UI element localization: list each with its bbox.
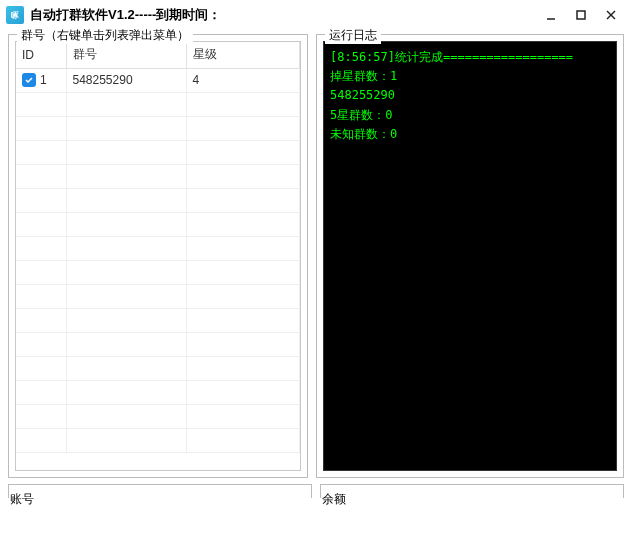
group-list-panel: 群号（右键单击列表弹出菜单） ID 群号 星级 15482552904.....… [8,34,308,478]
cell-group: 548255290 [66,68,186,92]
close-icon [605,9,617,21]
check-icon [24,75,34,85]
svg-rect-1 [577,11,585,19]
group-table[interactable]: ID 群号 星级 15482552904....................… [15,41,301,471]
cell-id: 1 [16,68,66,92]
log-line: 548255290 [330,86,610,105]
table-row-empty: ... [16,260,300,284]
table-row-empty: ... [16,380,300,404]
log-legend: 运行日志 [325,27,381,44]
log-line: 掉星群数：1 [330,67,610,86]
table-row-empty: ... [16,236,300,260]
maximize-button[interactable] [566,3,596,27]
footer-account: 账号 [8,484,312,514]
table-row-empty: ... [16,404,300,428]
group-list-legend: 群号（右键单击列表弹出菜单） [17,27,193,44]
table-row-empty: ... [16,116,300,140]
table-row-empty: ... [16,284,300,308]
table-row-empty: ... [16,164,300,188]
table-row-empty: ... [16,140,300,164]
minimize-button[interactable] [536,3,566,27]
app-icon: 啄 [6,6,24,24]
col-header-id[interactable]: ID [16,42,66,68]
log-line: 5星群数：0 [330,106,610,125]
log-line: [8:56:57]统计完成================== [330,48,610,67]
log-line: 未知群数：0 [330,125,610,144]
log-panel: 运行日志 [8:56:57]统计完成==================掉星群数… [316,34,624,478]
footer: 账号 余额 [0,478,632,514]
table-row-empty: ... [16,188,300,212]
table-row-empty: ... [16,92,300,116]
table-row-empty: ... [16,332,300,356]
minimize-icon [545,9,557,21]
window-title: 自动打群软件V1.2-----到期时间： [30,6,221,24]
footer-balance: 余额 [320,484,624,514]
close-button[interactable] [596,3,626,27]
titlebar: 啄 自动打群软件V1.2-----到期时间： [0,0,632,30]
table-row-empty: ... [16,212,300,236]
maximize-icon [575,9,587,21]
log-console[interactable]: [8:56:57]统计完成==================掉星群数：1548… [323,41,617,471]
table-row-empty: ... [16,308,300,332]
cell-star: 4 [186,68,300,92]
col-header-star[interactable]: 星级 [186,42,300,68]
table-row-empty: ... [16,356,300,380]
row-checkbox[interactable] [22,73,36,87]
col-header-group[interactable]: 群号 [66,42,186,68]
table-row[interactable]: 15482552904 [16,68,300,92]
table-row-empty: ... [16,428,300,452]
